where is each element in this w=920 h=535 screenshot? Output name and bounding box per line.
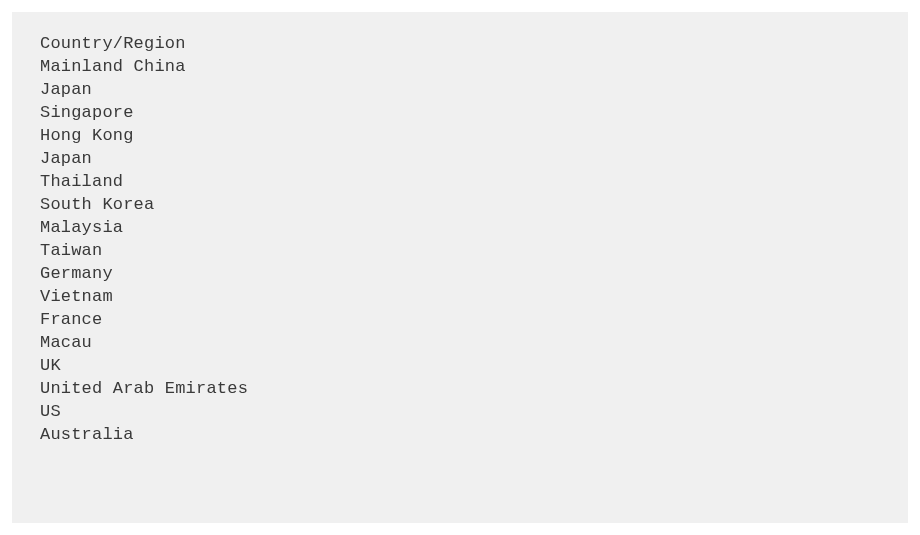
output-row: Japan [40, 147, 880, 170]
output-row: Japan [40, 78, 880, 101]
output-row: Hong Kong [40, 124, 880, 147]
output-row: UK [40, 354, 880, 377]
output-row: United Arab Emirates [40, 377, 880, 400]
code-output-block: Country/Region Mainland China Japan Sing… [12, 12, 908, 523]
output-row: Germany [40, 262, 880, 285]
output-row: Taiwan [40, 239, 880, 262]
output-row: Vietnam [40, 285, 880, 308]
output-row: Thailand [40, 170, 880, 193]
output-row: Macau [40, 331, 880, 354]
output-row: Mainland China [40, 55, 880, 78]
output-row: Australia [40, 423, 880, 446]
output-row: Malaysia [40, 216, 880, 239]
output-row: US [40, 400, 880, 423]
output-header: Country/Region [40, 32, 880, 55]
output-row: Singapore [40, 101, 880, 124]
output-row: France [40, 308, 880, 331]
output-row: South Korea [40, 193, 880, 216]
